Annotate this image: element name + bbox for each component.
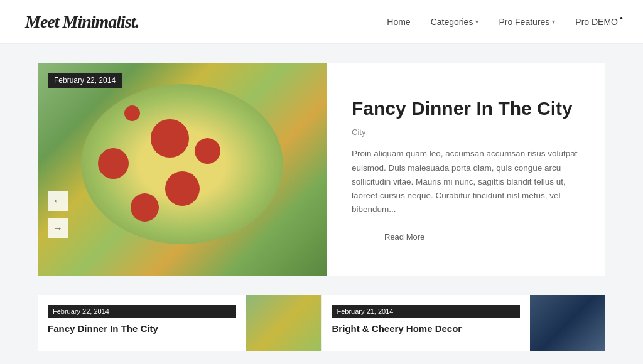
featured-post-card: February 22, 2014 ← → Fancy Dinner In Th… [38, 63, 605, 276]
nav-home[interactable]: Home [387, 17, 410, 27]
slider-arrows: ← → [48, 191, 68, 238]
featured-image-wrapper: February 22, 2014 ← → [38, 63, 327, 276]
post-grid: February 22, 2014 Fancy Dinner In The Ci… [38, 295, 605, 351]
grid-item-1: February 22, 2014 Fancy Dinner In The Ci… [38, 295, 246, 351]
next-arrow-button[interactable]: → [48, 218, 68, 238]
featured-post-image [38, 63, 327, 276]
featured-post-title: Fancy Dinner In The City [352, 97, 580, 120]
grid-title-2[interactable]: Bright & Cheery Home Decor [332, 323, 521, 335]
featured-post-category: City [352, 127, 580, 137]
grid-image-1 [246, 295, 322, 351]
grid-image-2 [530, 295, 605, 351]
categories-chevron-icon: ▾ [475, 18, 478, 25]
grid-date-2: February 21, 2014 [332, 305, 521, 318]
grid-title-1[interactable]: Fancy Dinner In The City [48, 323, 236, 335]
grid-item-2: February 21, 2014 Bright & Cheery Home D… [322, 295, 531, 351]
featured-post-excerpt: Proin aliquam quam leo, accumsan accumsa… [352, 147, 580, 217]
site-header: Meet Minimalist. Home Categories ▾ Pro F… [0, 0, 643, 44]
featured-date-badge: February 22, 2014 [48, 73, 122, 88]
grid-thumbnail-2 [530, 295, 605, 351]
nav-pro-demo[interactable]: Pro DEMO [575, 17, 618, 27]
nav-pro-features[interactable]: Pro Features ▾ [499, 17, 555, 27]
main-content: February 22, 2014 ← → Fancy Dinner In Th… [0, 44, 643, 364]
main-nav: Home Categories ▾ Pro Features ▾ Pro DEM… [387, 17, 618, 27]
nav-categories[interactable]: Categories ▾ [431, 17, 479, 27]
grid-date-1: February 22, 2014 [48, 305, 236, 318]
read-more-label: Read More [384, 232, 424, 242]
pro-features-chevron-icon: ▾ [552, 18, 555, 25]
featured-post-content: Fancy Dinner In The City City Proin aliq… [327, 63, 605, 276]
site-logo[interactable]: Meet Minimalist. [25, 12, 139, 32]
read-more-link[interactable]: Read More [352, 232, 580, 242]
read-more-line-decoration [352, 237, 377, 237]
grid-thumbnail-1 [246, 295, 322, 351]
prev-arrow-button[interactable]: ← [48, 191, 68, 211]
